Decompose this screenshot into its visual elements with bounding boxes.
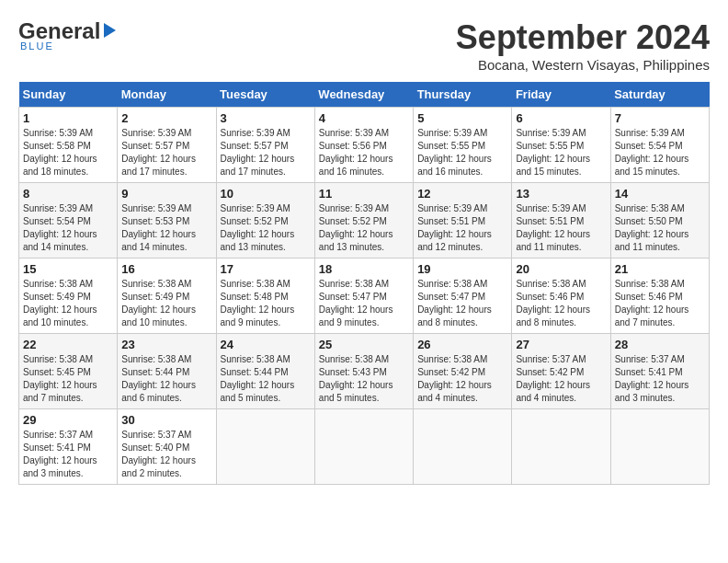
calendar-cell: 11Sunrise: 5:39 AMSunset: 5:52 PMDayligh… [314,183,413,259]
day-info: Sunrise: 5:37 AMSunset: 5:42 PMDaylight:… [516,353,606,405]
weekday-header-friday: Friday [512,82,610,108]
day-number: 8 [23,187,113,201]
calendar-cell: 1Sunrise: 5:39 AMSunset: 5:58 PMDaylight… [19,108,118,183]
calendar-cell: 12Sunrise: 5:39 AMSunset: 5:51 PMDayligh… [414,183,512,259]
day-info: Sunrise: 5:38 AMSunset: 5:46 PMDaylight:… [516,278,606,329]
day-number: 7 [615,111,705,125]
day-number: 16 [121,262,211,276]
day-info: Sunrise: 5:38 AMSunset: 5:43 PMDaylight:… [319,353,409,405]
calendar-cell: 30Sunrise: 5:37 AMSunset: 5:40 PMDayligh… [118,409,216,485]
calendar-cell: 10Sunrise: 5:39 AMSunset: 5:52 PMDayligh… [216,183,314,259]
day-number: 27 [516,338,606,351]
calendar-cell [414,409,512,485]
calendar-cell: 5Sunrise: 5:39 AMSunset: 5:55 PMDaylight… [414,108,512,183]
day-number: 24 [221,338,311,351]
calendar-cell: 13Sunrise: 5:39 AMSunset: 5:51 PMDayligh… [512,183,610,259]
day-number: 2 [121,111,211,125]
day-number: 20 [516,262,606,276]
title-area: September 2024 Bocana, Western Visayas, … [456,18,710,73]
day-info: Sunrise: 5:37 AMSunset: 5:41 PMDaylight:… [615,353,705,405]
weekday-header-saturday: Saturday [610,82,709,108]
calendar-cell: 9Sunrise: 5:39 AMSunset: 5:53 PMDaylight… [118,183,216,259]
calendar-cell: 21Sunrise: 5:38 AMSunset: 5:46 PMDayligh… [610,259,709,334]
calendar-cell: 4Sunrise: 5:39 AMSunset: 5:56 PMDaylight… [314,108,413,183]
weekday-header-monday: Monday [118,82,216,108]
day-number: 10 [221,187,311,201]
day-info: Sunrise: 5:39 AMSunset: 5:54 PMDaylight:… [23,202,113,254]
calendar-week-3: 15Sunrise: 5:38 AMSunset: 5:49 PMDayligh… [19,259,710,334]
calendar-cell: 2Sunrise: 5:39 AMSunset: 5:57 PMDaylight… [118,108,216,183]
day-info: Sunrise: 5:39 AMSunset: 5:52 PMDaylight:… [221,202,311,254]
calendar-cell [610,409,709,485]
weekday-header-sunday: Sunday [19,82,118,108]
calendar-cell: 8Sunrise: 5:39 AMSunset: 5:54 PMDaylight… [19,183,118,259]
day-info: Sunrise: 5:38 AMSunset: 5:44 PMDaylight:… [121,353,211,405]
calendar-cell: 3Sunrise: 5:39 AMSunset: 5:57 PMDaylight… [216,108,314,183]
day-number: 14 [615,187,705,201]
calendar-cell: 6Sunrise: 5:39 AMSunset: 5:55 PMDaylight… [512,108,610,183]
day-number: 28 [615,338,705,351]
weekday-header-row: SundayMondayTuesdayWednesdayThursdayFrid… [19,82,710,108]
calendar-cell: 25Sunrise: 5:38 AMSunset: 5:43 PMDayligh… [314,334,413,409]
day-info: Sunrise: 5:38 AMSunset: 5:48 PMDaylight:… [221,278,311,329]
day-number: 21 [615,262,705,276]
day-info: Sunrise: 5:38 AMSunset: 5:47 PMDaylight:… [319,278,409,329]
day-info: Sunrise: 5:38 AMSunset: 5:44 PMDaylight:… [221,353,311,405]
calendar-cell: 24Sunrise: 5:38 AMSunset: 5:44 PMDayligh… [216,334,314,409]
calendar-cell [512,409,610,485]
location: Bocana, Western Visayas, Philippines [456,57,710,73]
weekday-header-wednesday: Wednesday [314,82,413,108]
calendar-cell: 19Sunrise: 5:38 AMSunset: 5:47 PMDayligh… [414,259,512,334]
calendar-week-2: 8Sunrise: 5:39 AMSunset: 5:54 PMDaylight… [19,183,710,259]
day-info: Sunrise: 5:39 AMSunset: 5:54 PMDaylight:… [615,127,705,178]
weekday-header-thursday: Thursday [414,82,512,108]
day-number: 6 [516,111,606,125]
weekday-header-tuesday: Tuesday [216,82,314,108]
day-number: 26 [417,338,507,351]
calendar-cell: 20Sunrise: 5:38 AMSunset: 5:46 PMDayligh… [512,259,610,334]
calendar-cell [216,409,314,485]
calendar-cell: 29Sunrise: 5:37 AMSunset: 5:41 PMDayligh… [19,409,118,485]
day-info: Sunrise: 5:39 AMSunset: 5:53 PMDaylight:… [121,202,211,254]
day-number: 18 [319,262,409,276]
day-number: 12 [417,187,507,201]
day-number: 29 [23,413,113,427]
day-number: 15 [23,262,113,276]
calendar-week-5: 29Sunrise: 5:37 AMSunset: 5:41 PMDayligh… [19,409,710,485]
day-info: Sunrise: 5:38 AMSunset: 5:46 PMDaylight:… [615,278,705,329]
day-info: Sunrise: 5:38 AMSunset: 5:42 PMDaylight:… [417,353,507,405]
day-number: 11 [319,187,409,201]
day-info: Sunrise: 5:39 AMSunset: 5:55 PMDaylight:… [516,127,606,178]
day-info: Sunrise: 5:38 AMSunset: 5:49 PMDaylight:… [121,278,211,329]
day-number: 9 [121,187,211,201]
day-number: 19 [417,262,507,276]
day-info: Sunrise: 5:39 AMSunset: 5:58 PMDaylight:… [23,127,113,178]
day-info: Sunrise: 5:38 AMSunset: 5:49 PMDaylight:… [23,278,113,329]
calendar-cell: 28Sunrise: 5:37 AMSunset: 5:41 PMDayligh… [610,334,709,409]
day-number: 1 [23,111,113,125]
day-info: Sunrise: 5:39 AMSunset: 5:51 PMDaylight:… [516,202,606,254]
month-title: September 2024 [456,18,710,57]
calendar-cell: 17Sunrise: 5:38 AMSunset: 5:48 PMDayligh… [216,259,314,334]
day-info: Sunrise: 5:39 AMSunset: 5:57 PMDaylight:… [121,127,211,178]
calendar-cell: 14Sunrise: 5:38 AMSunset: 5:50 PMDayligh… [610,183,709,259]
day-info: Sunrise: 5:37 AMSunset: 5:41 PMDaylight:… [23,429,113,480]
calendar-cell: 23Sunrise: 5:38 AMSunset: 5:44 PMDayligh… [118,334,216,409]
day-info: Sunrise: 5:38 AMSunset: 5:47 PMDaylight:… [417,278,507,329]
calendar-week-1: 1Sunrise: 5:39 AMSunset: 5:58 PMDaylight… [19,108,710,183]
day-info: Sunrise: 5:37 AMSunset: 5:40 PMDaylight:… [121,429,211,480]
calendar-cell [314,409,413,485]
day-info: Sunrise: 5:38 AMSunset: 5:50 PMDaylight:… [615,202,705,254]
day-number: 5 [417,111,507,125]
day-number: 22 [23,338,113,351]
calendar-cell: 16Sunrise: 5:38 AMSunset: 5:49 PMDayligh… [118,259,216,334]
day-info: Sunrise: 5:39 AMSunset: 5:52 PMDaylight:… [319,202,409,254]
calendar-cell: 27Sunrise: 5:37 AMSunset: 5:42 PMDayligh… [512,334,610,409]
day-info: Sunrise: 5:39 AMSunset: 5:56 PMDaylight:… [319,127,409,178]
day-number: 17 [221,262,311,276]
day-number: 4 [319,111,409,125]
logo-arrow-icon [104,23,116,38]
day-number: 13 [516,187,606,201]
day-number: 23 [121,338,211,351]
day-number: 25 [319,338,409,351]
